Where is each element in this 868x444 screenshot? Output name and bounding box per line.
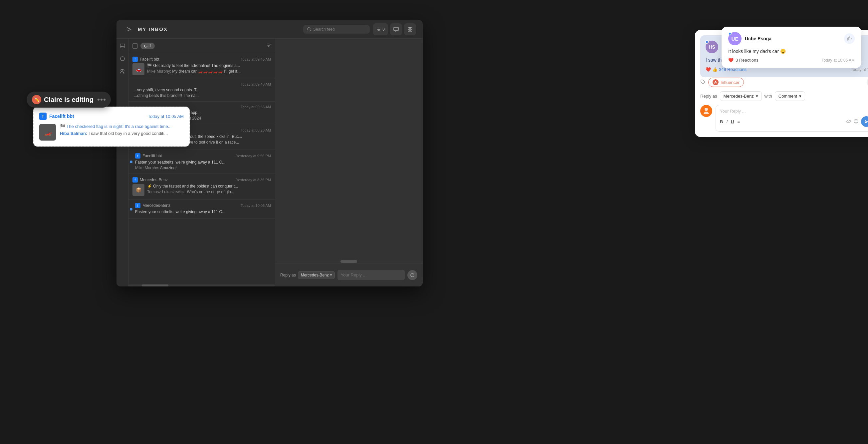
- reply-input-dark[interactable]: [338, 270, 405, 280]
- editing-text: Claire is editing: [44, 96, 94, 103]
- svg-point-11: [715, 81, 716, 82]
- refresh-icon: [144, 44, 148, 48]
- notif-like-button[interactable]: [844, 33, 855, 44]
- app-header: MY INBOX 0: [117, 20, 423, 39]
- sidebar-circle-icon[interactable]: [119, 55, 126, 62]
- preview-card: f Facelift bbt Today at 10:05 AM 🏎️ 🏁 Th…: [33, 107, 190, 147]
- reply-input-row: Your Reply ... B I U ≡: [700, 105, 868, 131]
- notif-user-name: Uche Esoga: [745, 36, 772, 41]
- sidebar-inbox-icon[interactable]: [119, 42, 126, 49]
- preview-comment-body: I saw that old boy in a very good condit…: [89, 131, 168, 136]
- chat-icon: [393, 27, 399, 32]
- filter-button[interactable]: 0: [373, 23, 388, 35]
- preview-content: 🏎️ 🏁 The checkered flag is in sight! It'…: [39, 124, 184, 141]
- commenter-online-dot: [705, 40, 709, 43]
- avatar-wrapper: HS: [706, 41, 718, 53]
- send-icon-dark: [410, 273, 414, 277]
- reply-as-label-dark: Reply as: [280, 273, 296, 277]
- format-icons-right: [846, 116, 868, 127]
- inbox-item[interactable]: f Mercedes-Benz Today at 10:05 AM Fasten…: [128, 200, 275, 219]
- facebook-icon: f: [132, 177, 138, 182]
- inbox-item[interactable]: f Mercedes-Benz Yesterday at 8:36 PM 📦 ⚡…: [128, 174, 275, 200]
- underline-button[interactable]: U: [731, 119, 734, 124]
- item-time: Today at 09:48 AM: [241, 82, 271, 86]
- chat-button[interactable]: [390, 23, 402, 35]
- influencer-icon: [713, 79, 719, 85]
- sort-button[interactable]: [266, 43, 271, 49]
- dot-1: [97, 98, 99, 100]
- preview-comment-text: Hiba Salman: I saw that old boy in a ver…: [60, 131, 184, 136]
- editing-badge: ✏️ Claire is editing: [27, 92, 111, 108]
- item-time: Yesterday at 8:36 PM: [236, 178, 271, 182]
- emoji-picker-button[interactable]: [854, 119, 858, 125]
- sidebar-users-icon[interactable]: [119, 68, 126, 75]
- scroll-thumb[interactable]: [142, 285, 168, 287]
- select-all-checkbox[interactable]: [132, 43, 138, 49]
- thumbs-up-icon: [847, 36, 852, 41]
- svg-point-8: [121, 69, 123, 71]
- filter-count: 0: [382, 27, 385, 32]
- account-name: Facelift bbt: [143, 153, 234, 158]
- heart-icon: ❤️: [728, 58, 734, 63]
- reply-as-select-dark[interactable]: Mercedes-Benz ▾: [298, 271, 335, 279]
- svg-point-10: [702, 81, 702, 81]
- item-time: Today at 09:56 AM: [241, 105, 271, 109]
- bold-button[interactable]: B: [720, 119, 723, 124]
- comment-type-dropdown[interactable]: Comment ▾: [775, 91, 805, 101]
- svg-rect-2: [408, 27, 410, 29]
- italic-button[interactable]: I: [726, 119, 727, 124]
- item-time: Yesterday at 9:56 PM: [236, 154, 271, 158]
- emoji-reaction-button[interactable]: ☺: [867, 77, 868, 87]
- preview-card-header: f Facelift bbt Today at 10:05 AM: [39, 113, 184, 120]
- svg-rect-1: [394, 27, 398, 31]
- list-button[interactable]: ≡: [737, 119, 740, 124]
- svg-rect-4: [408, 30, 410, 31]
- inbox-area: 1 f Facelift bbt Today at 09:45 AM 🚗: [128, 39, 275, 287]
- reply-section: Reply as Mercedes-Benz ▾ with Comment ▾ …: [695, 91, 868, 137]
- reply-as-text: Reply as: [700, 94, 717, 98]
- grid-button[interactable]: [404, 23, 416, 35]
- search-input[interactable]: [313, 27, 366, 32]
- reply-as-row-dark: Reply as Mercedes-Benz ▾: [280, 271, 335, 279]
- svg-point-13: [855, 120, 856, 121]
- influencer-tag[interactable]: Influencer: [708, 78, 744, 87]
- reply-as-dropdown[interactable]: Mercedes-Benz ▾: [720, 91, 762, 101]
- notif-header: UE Uche Esoga: [728, 32, 855, 45]
- chevron-down-icon: ▾: [756, 94, 758, 98]
- comment-preview-text: ...othing beats this brand!!!! The na...: [134, 93, 271, 98]
- attach-link-button[interactable]: [846, 119, 851, 125]
- scroll-indicator: [340, 260, 357, 263]
- account-name: Mercedes-Benz: [140, 178, 234, 182]
- reply-as-row: Reply as Mercedes-Benz ▾ with Comment ▾: [700, 91, 868, 101]
- reply-as-value: Mercedes-Benz: [723, 94, 754, 98]
- typing-dots: [97, 98, 105, 100]
- right-panel-reply-bar: Reply as Mercedes-Benz ▾: [275, 263, 423, 287]
- inbox-item[interactable]: f Facelift bbt Yesterday at 9:56 PM Fast…: [128, 150, 275, 174]
- post-preview-text: ⚡ Only the fastest and the boldest can c…: [147, 184, 271, 188]
- right-panel: Reply as Mercedes-Benz ▾: [275, 39, 423, 287]
- account-name: Mercedes-Benz: [143, 203, 239, 208]
- facebook-icon: f: [135, 203, 141, 208]
- refresh-badge[interactable]: 1: [141, 42, 155, 49]
- preview-post-text: 🏁 The checkered flag is in sight! It's a…: [60, 124, 184, 129]
- svg-point-14: [857, 120, 857, 121]
- send-button[interactable]: [861, 116, 868, 127]
- emoji-user-row: ☺ JK: [867, 77, 868, 87]
- heart-react-icon: ❤️: [706, 67, 711, 72]
- reply-textarea-wrapper: Your Reply ... B I U ≡: [716, 105, 868, 131]
- thumbs-react-icon: 👍: [712, 67, 718, 72]
- send-dark-button[interactable]: [407, 270, 417, 280]
- post-preview-text: ...very shift, every second counts. T...: [134, 88, 271, 92]
- inbox-item[interactable]: Today at 09:48 AM ...very shift, every s…: [128, 79, 275, 101]
- unread-indicator: [130, 208, 132, 210]
- post-preview-text: Fasten your seatbelts, we're giving away…: [135, 160, 271, 165]
- scroll-track: [128, 285, 275, 287]
- collapse-btn[interactable]: [123, 27, 135, 32]
- preview-account-name: Facelift bbt: [49, 114, 145, 119]
- svg-point-9: [411, 273, 414, 277]
- account-name: Facelift bbt: [140, 57, 239, 62]
- filter-icon: [376, 27, 381, 32]
- inbox-item[interactable]: f Facelift bbt Today at 09:45 AM 🚗 🏁 Get…: [128, 53, 275, 79]
- online-dot: [728, 32, 732, 35]
- post-thumbnail: 🚗: [132, 63, 145, 75]
